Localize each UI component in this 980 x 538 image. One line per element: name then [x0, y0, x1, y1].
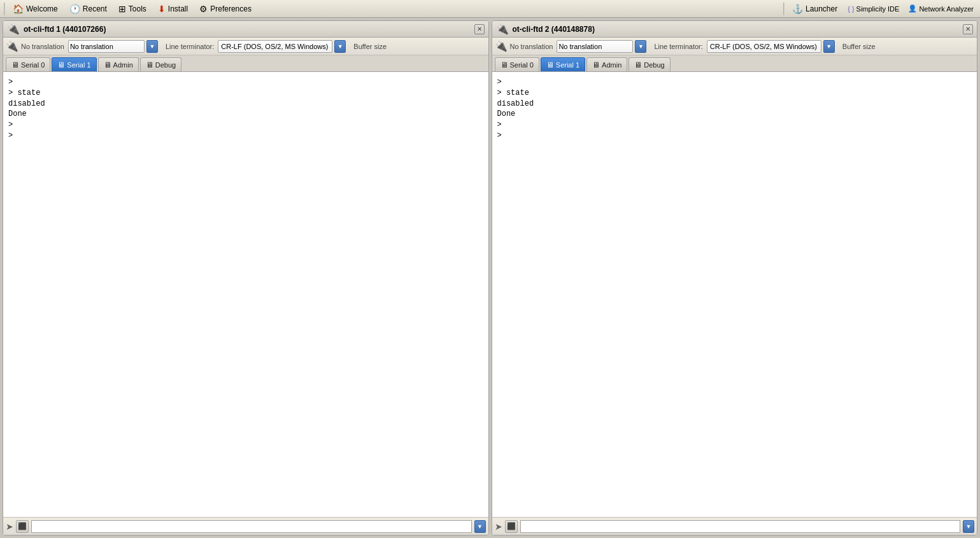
- launcher-label: Launcher: [806, 4, 837, 13]
- panel-1-toolbar-icon: 🔌: [6, 40, 18, 52]
- panel-1-translation-select[interactable]: No translation: [68, 40, 145, 53]
- tools-button[interactable]: ⊞ Tools: [113, 2, 152, 16]
- panel-2-serial1-icon: 🖥: [546, 60, 554, 69]
- panel-2-bufsize-label: Buffer size: [842, 43, 876, 50]
- panel-2-cmd-icon[interactable]: ⬛: [505, 520, 518, 533]
- toolbar-separator-left: [4, 3, 5, 15]
- recent-label: Recent: [83, 4, 107, 13]
- panel-2-prompt-icon: ➤: [495, 521, 502, 532]
- panel-1-tab-serial1[interactable]: 🖥 Serial 1: [52, 57, 96, 71]
- panel-2-tab-admin[interactable]: 🖥 Admin: [586, 57, 627, 71]
- panel-2-toolbar-icon: 🔌: [495, 40, 508, 52]
- panel-2-translation-select[interactable]: No translation: [557, 40, 633, 53]
- install-label: Install: [168, 4, 188, 13]
- toolbar-right: ⚓ Launcher { } Simplicity IDE 👤 Network …: [782, 2, 977, 16]
- panel-1-serial0-icon: 🖥: [11, 60, 19, 69]
- simplicity-ide-label: Simplicity IDE: [856, 5, 900, 13]
- panel-2-toolbar: 🔌 No translation No translation ▼ Line t…: [492, 38, 977, 55]
- panel-1-titlebar: 🔌 ot-cli-ftd 1 (440107266) ✕: [3, 21, 488, 38]
- panel-1-debug-icon: 🖥: [146, 60, 153, 69]
- panel-1-tab-admin[interactable]: 🖥 Admin: [98, 57, 139, 71]
- home-label: Welcome: [26, 4, 58, 13]
- panel-1-close-button[interactable]: ✕: [474, 24, 485, 34]
- panel-1-term-arrow[interactable]: ▼: [334, 40, 346, 53]
- panel-2-debug-icon: 🖥: [634, 60, 642, 69]
- panel-1-console: > > state disabled Done > >: [3, 72, 488, 517]
- panel-2-input-down[interactable]: ▼: [963, 520, 974, 533]
- panel-1-input-down[interactable]: ▼: [474, 520, 486, 533]
- toolbar-separator-right: [783, 3, 785, 15]
- home-button[interactable]: 🏠 Welcome: [8, 2, 63, 16]
- simplicity-ide-icon: { }: [848, 5, 854, 13]
- network-analyzer-button[interactable]: 👤 Network Analyzer: [904, 2, 977, 16]
- panel-1: 🔌 ot-cli-ftd 1 (440107266) ✕ 🔌 No transl…: [3, 20, 489, 535]
- panel-1-tab-debug[interactable]: 🖥 Debug: [140, 57, 181, 71]
- panel-2-tab-serial1[interactable]: 🖥 Serial 1: [541, 57, 585, 71]
- panel-1-serial1-icon: 🖥: [57, 60, 65, 69]
- panel-2-titlebar: 🔌 ot-cli-ftd 2 (440148878) ✕: [492, 21, 977, 38]
- panel-2: 🔌 ot-cli-ftd 2 (440148878) ✕ 🔌 No transl…: [492, 20, 978, 535]
- recent-icon: 🕐: [69, 4, 80, 14]
- panel-2-device-icon: 🔌: [496, 23, 509, 35]
- panel-2-translation-arrow[interactable]: ▼: [635, 40, 646, 53]
- panel-1-toolbar: 🔌 No translation No translation ▼ Line t…: [3, 38, 488, 55]
- panel-2-serial0-icon: 🖥: [501, 60, 508, 69]
- main-content: 🔌 ot-cli-ftd 1 (440107266) ✕ 🔌 No transl…: [0, 18, 980, 538]
- panel-2-input-field[interactable]: [520, 520, 961, 533]
- panel-2-admin-icon: 🖥: [592, 60, 600, 69]
- prefs-icon: ⚙: [199, 4, 208, 14]
- panel-2-input-bar: ➤ ⬛ ▼: [492, 517, 977, 535]
- recent-button[interactable]: 🕐 Recent: [64, 2, 112, 16]
- launcher-icon: ⚓: [792, 4, 803, 14]
- panel-2-console: > > state disabled Done > >: [492, 72, 977, 517]
- panel-1-translation-label: No translation: [21, 43, 64, 50]
- panel-1-prompt-icon: ➤: [6, 521, 13, 532]
- panel-1-title: ot-cli-ftd 1 (440107266): [24, 25, 471, 34]
- panel-1-cmd-icon[interactable]: ⬛: [16, 520, 29, 533]
- panel-2-term-label: Line terminator:: [654, 43, 702, 50]
- panel-1-admin-icon: 🖥: [104, 60, 111, 69]
- preferences-button[interactable]: ⚙ Preferences: [194, 2, 257, 16]
- tools-label: Tools: [129, 4, 146, 13]
- main-toolbar: 🏠 Welcome 🕐 Recent ⊞ Tools ⬇ Install ⚙ P…: [0, 0, 980, 18]
- tools-icon: ⊞: [118, 4, 126, 14]
- panel-2-tabs: 🖥 Serial 0 🖥 Serial 1 🖥 Admin 🖥 Debug: [492, 55, 977, 72]
- panel-1-device-icon: 🔌: [7, 23, 20, 35]
- install-icon: ⬇: [158, 4, 166, 14]
- panel-2-tab-debug[interactable]: 🖥 Debug: [628, 57, 670, 71]
- panel-2-close-button[interactable]: ✕: [963, 24, 973, 34]
- home-icon: 🏠: [13, 4, 24, 14]
- panel-2-term-arrow[interactable]: ▼: [823, 40, 835, 53]
- panel-1-term-label: Line terminator:: [166, 43, 214, 50]
- panel-2-term-select[interactable]: CR-LF (DOS, OS/2, MS Windows): [707, 40, 821, 53]
- panel-1-translation-arrow[interactable]: ▼: [146, 40, 158, 53]
- panel-1-input-bar: ➤ ⬛ ▼: [3, 517, 488, 535]
- panel-1-input-field[interactable]: [31, 520, 472, 533]
- panel-1-tabs: 🖥 Serial 0 🖥 Serial 1 🖥 Admin 🖥 Debug: [3, 55, 488, 72]
- panel-2-translation-label: No translation: [510, 43, 553, 50]
- panel-1-tab-serial0[interactable]: 🖥 Serial 0: [6, 57, 50, 71]
- prefs-label: Preferences: [210, 4, 252, 13]
- network-analyzer-icon: 👤: [908, 4, 917, 13]
- panel-1-bufsize-label: Buffer size: [353, 43, 387, 50]
- launcher-button[interactable]: ⚓ Launcher: [787, 2, 842, 16]
- install-button[interactable]: ⬇ Install: [153, 2, 193, 16]
- network-analyzer-label: Network Analyzer: [919, 5, 974, 13]
- panel-1-term-select[interactable]: CR-LF (DOS, OS/2, MS Windows): [218, 40, 332, 53]
- panel-2-title: ot-cli-ftd 2 (440148878): [513, 25, 960, 34]
- simplicity-ide-button[interactable]: { } Simplicity IDE: [844, 2, 903, 16]
- panel-2-tab-serial0[interactable]: 🖥 Serial 0: [495, 57, 539, 71]
